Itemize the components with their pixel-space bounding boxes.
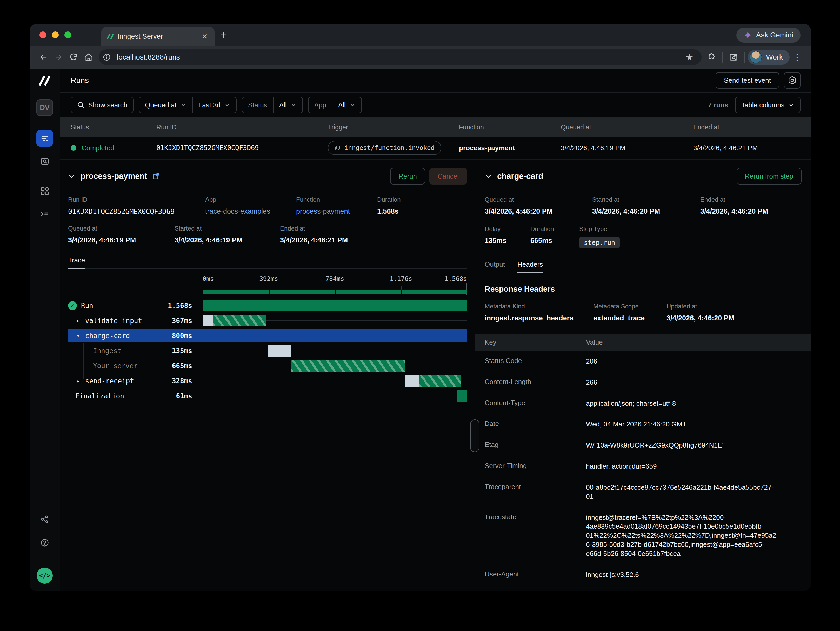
- step-ended-value: 3/4/2026, 4:46:20 PM: [700, 207, 802, 215]
- sidebar-item-runs[interactable]: [36, 130, 53, 147]
- inngest-logo-icon: [36, 72, 53, 89]
- timeline-axis: 0ms392ms784ms1.176s1.568s: [203, 275, 467, 296]
- trace-bar-track: [203, 299, 467, 312]
- trigger-badge[interactable]: inngest/function.invoked: [328, 141, 441, 155]
- browser-profile-chip[interactable]: Work: [748, 50, 789, 65]
- step-duration: 135ms: [172, 347, 192, 355]
- sidebar-item-events[interactable]: [36, 153, 53, 169]
- forward-icon[interactable]: [51, 50, 66, 65]
- trace-segment-solid[interactable]: [456, 391, 467, 402]
- status-dot: [71, 145, 76, 151]
- settings-button[interactable]: [784, 72, 801, 89]
- show-search-button[interactable]: Show search: [71, 97, 134, 113]
- metadata-scope-value: extended_trace: [593, 314, 666, 322]
- time-field-dropdown[interactable]: Queued at: [139, 98, 192, 112]
- trace-row-charge-card[interactable]: ▾charge-card800ms: [68, 329, 467, 342]
- external-link-icon[interactable]: [152, 172, 160, 180]
- back-icon[interactable]: [36, 50, 51, 65]
- queued-value: 3/4/2026, 4:46:19 PM: [68, 236, 175, 244]
- tab-trace[interactable]: Trace: [68, 256, 85, 269]
- pane-resize-handle[interactable]: [470, 419, 480, 452]
- rerun-button[interactable]: Rerun: [390, 168, 425, 185]
- page-header: Runs Send test event: [60, 69, 811, 93]
- apps-grid-icon: [40, 187, 49, 196]
- time-range-dropdown[interactable]: Last 3d: [193, 98, 236, 112]
- metadata-scope-label: Metadata Scope: [593, 303, 666, 310]
- column-header-queued-at: Queued at: [561, 123, 693, 131]
- reload-icon[interactable]: [66, 50, 81, 65]
- trace-row-finalization[interactable]: Finalization61ms: [68, 389, 467, 403]
- step-detail-title: charge-card: [497, 172, 543, 181]
- step-type-label: Step Type: [579, 225, 802, 232]
- started-label: Started at: [175, 225, 280, 232]
- header-value: handler, action;dur=659: [586, 462, 780, 471]
- sidebar-item-functions[interactable]: [36, 206, 53, 223]
- trace-row-inngest[interactable]: Inngest135ms: [68, 344, 467, 357]
- header-key: User-Agent: [485, 570, 586, 578]
- cancel-button[interactable]: Cancel: [429, 168, 467, 185]
- trace-segment-solid[interactable]: [203, 300, 467, 312]
- caret-down-icon[interactable]: ▾: [75, 333, 81, 339]
- ask-gemini-button[interactable]: Ask Gemini: [736, 28, 801, 43]
- table-columns-dropdown[interactable]: Table columns: [735, 97, 801, 113]
- profile-avatar: [750, 51, 762, 63]
- run-table-row[interactable]: Completed 01KJXD1TQCZ852GMEX0CQF3D69 inn…: [60, 137, 811, 160]
- browser-menu-kebab-icon[interactable]: ⋮: [789, 50, 805, 65]
- help-icon[interactable]: [36, 535, 53, 551]
- tab-close-icon[interactable]: ✕: [202, 32, 208, 41]
- step-meta-row-1: Queued at 3/4/2026, 4:46:20 PM Started a…: [485, 196, 802, 215]
- share-feedback-icon[interactable]: [36, 511, 53, 528]
- trace-minimap[interactable]: [203, 290, 467, 294]
- main-panel: Runs Send test event: [60, 69, 811, 591]
- side-panel-search-icon[interactable]: [726, 50, 741, 65]
- trace-row-send-receipt[interactable]: ▸send-receipt328ms: [68, 375, 467, 387]
- header-row-server-timing: Server-Timinghandler, action;dur=659: [485, 456, 802, 477]
- collapse-chevron-icon[interactable]: [68, 172, 75, 180]
- home-icon[interactable]: [81, 50, 96, 65]
- window-controls: [30, 24, 76, 46]
- caret-right-icon[interactable]: ▸: [75, 378, 81, 384]
- gear-icon: [788, 76, 797, 85]
- trace-segment-hatch[interactable]: [419, 375, 461, 387]
- site-info-icon[interactable]: [101, 51, 113, 63]
- url-bar[interactable]: localhost:8288/runs ★: [99, 49, 701, 65]
- function-link[interactable]: process-payment: [296, 207, 377, 215]
- header-row-content-type: Content-Typeapplication/json; charset=ut…: [485, 393, 802, 414]
- header-key: Server-Timing: [485, 462, 586, 470]
- sidebar-item-apps[interactable]: [36, 183, 53, 199]
- minimize-window-button[interactable]: [52, 32, 59, 38]
- trace-row-your-server[interactable]: Your server665ms: [68, 359, 467, 372]
- axis-tick-label: 1.568s: [444, 275, 467, 283]
- page-title: Runs: [71, 76, 89, 85]
- status-filter-dropdown[interactable]: All: [273, 98, 302, 112]
- trace-row-validate-input[interactable]: ▸validate-input367ms: [68, 314, 467, 327]
- browser-tab[interactable]: Inngest Server ✕: [101, 27, 215, 46]
- caret-right-icon[interactable]: ▸: [75, 318, 81, 324]
- rerun-from-step-button[interactable]: Rerun from step: [737, 168, 802, 185]
- trace-segment-delay[interactable]: [405, 375, 419, 387]
- trace-segment-hatch[interactable]: [213, 315, 266, 326]
- close-window-button[interactable]: [39, 32, 46, 38]
- app-filter-dropdown[interactable]: All: [332, 98, 361, 112]
- dev-mode-button[interactable]: </>: [36, 568, 53, 584]
- updated-at-value: 3/4/2026, 4:46:20 PM: [666, 314, 802, 322]
- trace-segment-delay[interactable]: [203, 315, 213, 326]
- tab-output[interactable]: Output: [485, 260, 505, 273]
- tab-headers[interactable]: Headers: [517, 260, 543, 273]
- trace-segment-hatch[interactable]: [291, 360, 405, 372]
- trace-row-run[interactable]: ✓Run1.568s: [68, 299, 467, 312]
- show-search-label: Show search: [88, 101, 127, 109]
- zoom-window-button[interactable]: [65, 32, 71, 38]
- bookmark-star-icon[interactable]: ★: [682, 50, 697, 65]
- collapse-chevron-icon[interactable]: [485, 172, 492, 180]
- step-queued-label: Queued at: [485, 196, 592, 203]
- new-tab-button[interactable]: +: [215, 24, 233, 46]
- workspace-avatar[interactable]: DV: [36, 99, 53, 116]
- extensions-icon[interactable]: [704, 50, 719, 65]
- workspace-initials: DV: [40, 104, 50, 112]
- app-link[interactable]: trace-docs-examples: [205, 207, 296, 215]
- trace-segment-delay[interactable]: [268, 345, 291, 357]
- send-test-event-button[interactable]: Send test event: [715, 72, 779, 89]
- screen: Inngest Server ✕ + Ask Gemini: [0, 0, 840, 631]
- trace-rows: ✓Run1.568s▸validate-input367ms▾charge-ca…: [68, 299, 467, 403]
